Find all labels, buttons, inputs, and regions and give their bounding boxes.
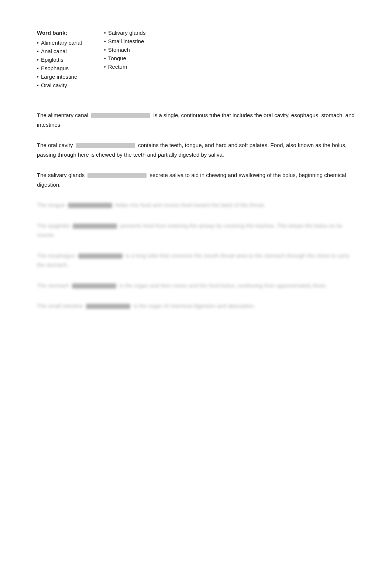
p1-blank[interactable] bbox=[91, 113, 150, 118]
blurred2-blank bbox=[73, 224, 117, 229]
blurred3-prefix: The esophagus bbox=[37, 252, 75, 259]
blurred-paragraph-4: The stomach is the organ and then mixes … bbox=[37, 281, 355, 290]
word-bank-title: Word bank: bbox=[37, 30, 82, 36]
bullet-icon: • bbox=[37, 48, 39, 54]
blurred4-blank bbox=[72, 283, 116, 289]
word-bank-col2: • Salivary glands • Small intestine • St… bbox=[104, 30, 146, 88]
bullet-icon: • bbox=[104, 55, 106, 61]
blurred4-prefix: The stomach bbox=[37, 282, 69, 289]
word-bank-item-label: Tongue bbox=[108, 55, 126, 61]
word-bank-col1: Word bank: • Alimentary canal • Anal can… bbox=[37, 30, 82, 88]
p3-prefix: The salivary glands bbox=[37, 172, 85, 178]
word-bank-item-label: Salivary glands bbox=[108, 30, 146, 36]
word-bank-item: • Salivary glands bbox=[104, 30, 146, 36]
word-bank-item-label: Oral cavity bbox=[41, 82, 67, 88]
blurred5-suffix: is the organ of chemical digestion and a… bbox=[133, 303, 255, 309]
blurred1-prefix: The tongue bbox=[37, 202, 65, 208]
word-bank-item: • Large intestine bbox=[37, 74, 82, 80]
word-bank-section: Word bank: • Alimentary canal • Anal can… bbox=[37, 30, 355, 88]
word-bank-item: • Small intestine bbox=[104, 38, 146, 44]
word-bank-item: • Anal canal bbox=[37, 48, 82, 54]
blurred2-prefix: The epiglottis bbox=[37, 222, 70, 229]
bullet-icon: • bbox=[37, 82, 39, 88]
bullet-icon: • bbox=[104, 64, 106, 70]
p1-prefix: The alimentary canal bbox=[37, 112, 88, 118]
blurred-paragraph-5: The small intestine is the organ of chem… bbox=[37, 301, 355, 311]
p2-blank[interactable] bbox=[76, 143, 135, 148]
word-bank-item-label: Epiglottis bbox=[41, 57, 63, 63]
word-bank-item-label: Alimentary canal bbox=[41, 40, 82, 46]
blurred-paragraph-3: The esophagus is a long tube that connec… bbox=[37, 251, 355, 270]
blurred-paragraph-2: The epiglottis prevents food from enteri… bbox=[37, 221, 355, 240]
p2-prefix: The oral cavity bbox=[37, 142, 73, 148]
p3-blank[interactable] bbox=[87, 173, 147, 178]
bullet-icon: • bbox=[37, 57, 39, 63]
word-bank-item: • Oral cavity bbox=[37, 82, 82, 88]
word-bank-item-label: Anal canal bbox=[41, 48, 67, 54]
word-bank-item-label: Esophagus bbox=[41, 65, 69, 71]
word-bank-item: • Alimentary canal bbox=[37, 40, 82, 46]
word-bank-item-label: Large intestine bbox=[41, 74, 77, 80]
blurred3-blank bbox=[78, 254, 123, 259]
word-bank-item: • Esophagus bbox=[37, 65, 82, 71]
blurred4-suffix: is the organ and then mixes and the food… bbox=[119, 282, 327, 289]
bullet-icon: • bbox=[104, 47, 106, 53]
word-bank-item: • Stomach bbox=[104, 47, 146, 53]
word-bank-item: • Rectum bbox=[104, 64, 146, 70]
bullet-icon: • bbox=[104, 38, 106, 44]
paragraph-salivary-glands: The salivary glands secrete saliva to ai… bbox=[37, 170, 355, 189]
word-bank-item-label: Rectum bbox=[108, 64, 127, 70]
blurred5-blank bbox=[86, 304, 130, 309]
word-bank-item: • Tongue bbox=[104, 55, 146, 61]
blurred5-prefix: The small intestine bbox=[37, 303, 83, 309]
bullet-icon: • bbox=[37, 74, 39, 80]
bullet-icon: • bbox=[104, 30, 106, 36]
blurred1-suffix: helps mix food and moves food toward the… bbox=[115, 202, 265, 208]
bullet-icon: • bbox=[37, 40, 39, 46]
paragraph-oral-cavity: The oral cavity contains the teeth, tong… bbox=[37, 140, 355, 159]
blurred-paragraph-1: The tongue helps mix food and moves food… bbox=[37, 200, 355, 210]
paragraph-alimentary: The alimentary canal is a single, contin… bbox=[37, 110, 355, 129]
blurred1-blank bbox=[68, 203, 112, 208]
word-bank-item-label: Stomach bbox=[108, 47, 130, 53]
word-bank-item-label: Small intestine bbox=[108, 38, 144, 44]
word-bank-item: • Epiglottis bbox=[37, 57, 82, 63]
bullet-icon: • bbox=[37, 65, 39, 71]
